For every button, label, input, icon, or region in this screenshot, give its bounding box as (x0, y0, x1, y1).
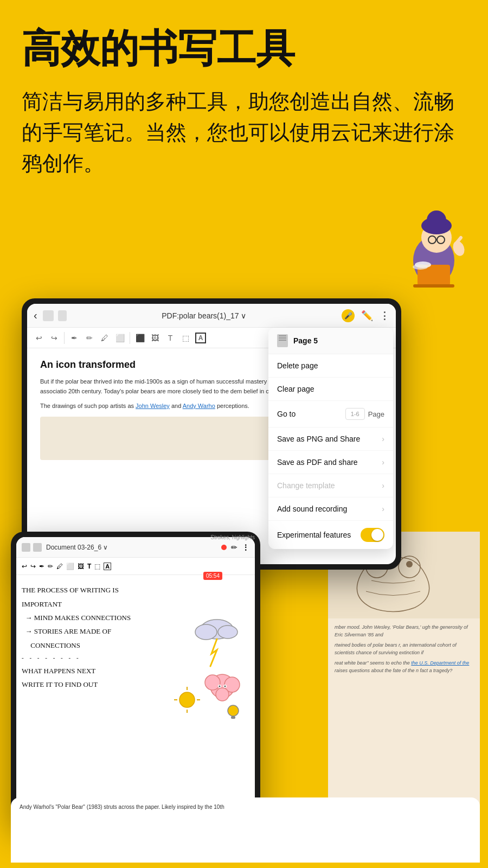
context-menu: Page 5 Delete page Clear page Go to Page (268, 328, 393, 549)
image-insert[interactable]: 🖼 (150, 333, 160, 343)
t2-text[interactable]: T (87, 563, 91, 570)
bottom-citation: Andy Warhol's "Polar Bear" (1983) struts… (20, 803, 471, 811)
t2-right-controls: ✏ ⋮ (221, 543, 249, 552)
t2-redo[interactable]: ↪ (30, 563, 36, 570)
selection-tool[interactable]: ⬛ (134, 333, 145, 343)
pdf-text-area: mber mood. John Wesley, 'Polar Bears,' u… (328, 618, 480, 683)
document-title[interactable]: PDF:polar bears(1)_17 ∨ (162, 311, 246, 320)
t2-grid-icon-1 (22, 543, 30, 552)
save-png-arrow: › (382, 435, 384, 443)
page-suffix: Page (368, 410, 384, 418)
experimental-label: Experimental features (277, 531, 351, 539)
second-tablet-title[interactable]: Document 03-26_6 ∨ (46, 544, 108, 551)
topbar-icons (43, 310, 67, 321)
t2-undo[interactable]: ↩ (22, 563, 27, 570)
main-tablet-topbar: ‹ PDF:polar bears(1)_17 ∨ 🎤 ✏️ ⋮ (27, 304, 396, 328)
eraser-tool[interactable]: ⬜ (114, 333, 125, 343)
svg-point-12 (413, 264, 428, 270)
pdf-text-3: reat white bear" seems to echo the the U… (335, 660, 473, 674)
menu-change-template[interactable]: Change template › (268, 474, 393, 497)
link-andy-warhol[interactable]: Andy Warho (183, 403, 215, 409)
svg-point-34 (406, 561, 413, 567)
menu-page-title: Page 5 (293, 336, 318, 345)
experimental-toggle[interactable] (361, 528, 384, 542)
add-recording-label: Add sound recording (277, 505, 347, 513)
sub-title: 简洁与易用的多种工具，助您创造出自然、流畅的手写笔记。当然，您也可以使用云记来进… (22, 86, 466, 179)
doodle-svg (174, 580, 249, 732)
add-recording-arrow: › (382, 505, 384, 513)
more-menu-button[interactable]: ⋮ (380, 310, 389, 322)
delete-page-label: Delete page (277, 361, 318, 370)
goto-input[interactable] (345, 408, 365, 420)
back-button[interactable]: ‹ (34, 309, 37, 322)
t2-recog[interactable]: A (104, 563, 111, 570)
t2-grid-icon-2 (33, 543, 42, 552)
page-icon (277, 334, 288, 347)
main-tablet: ‹ PDF:polar bears(1)_17 ∨ 🎤 ✏️ ⋮ ↩ ↪ ✒ ✏ (22, 298, 401, 570)
menu-save-pdf[interactable]: Save as PDF and share › (268, 451, 393, 474)
pencil-icon[interactable]: ✏️ (361, 310, 373, 322)
svg-rect-2 (413, 284, 454, 288)
menu-goto[interactable]: Go to Page (268, 401, 393, 427)
link-john-wesley[interactable]: John Wesley (136, 403, 170, 409)
svg-point-14 (195, 624, 217, 640)
second-tablet: Document 03-26_6 ∨ ✏ ⋮ ↩ ↪ ✒ ✏ 🖊 ⬜ 🖼 T ⬚… (11, 532, 260, 825)
t2-shape[interactable]: ⬚ (94, 563, 100, 570)
svg-point-29 (228, 705, 239, 716)
handwriting-area: 05:54 THE PROCESS OF WRITING IS IMPORTAN… (16, 575, 255, 819)
svg-point-23 (224, 686, 226, 687)
header-section: 高效的书写工具 简洁与易用的多种工具，助您创造出自然、流畅的手写笔记。当然，您也… (0, 0, 488, 201)
undo-button[interactable]: ↩ (34, 333, 44, 343)
menu-clear-page[interactable]: Clear page (268, 378, 393, 401)
text-recognition[interactable]: A (195, 333, 206, 343)
timer-badge: 05:54 (203, 572, 222, 580)
topbar-right-controls: 🎤 ✏️ ⋮ (342, 309, 389, 322)
main-title: 高效的书写工具 (22, 27, 466, 70)
t2-image[interactable]: 🖼 (78, 563, 84, 570)
svg-point-15 (218, 626, 237, 639)
clear-page-label: Clear page (277, 385, 314, 393)
toolbar-divider-1 (64, 332, 65, 344)
recording-indicator (221, 545, 227, 550)
save-pdf-label: Save as PDF and share (277, 458, 358, 467)
t2-grid-icons (22, 543, 42, 552)
toolbar-divider-2 (130, 332, 130, 344)
dept-link[interactable]: the U.S. Department of the (411, 660, 469, 666)
svg-point-19 (216, 688, 229, 701)
save-pdf-arrow: › (382, 458, 384, 467)
pen-tool[interactable]: ✒ (69, 333, 80, 343)
change-template-label: Change template (277, 481, 335, 490)
t2-eraser[interactable]: ⬜ (66, 563, 74, 570)
svg-rect-30 (231, 716, 235, 719)
menu-experimental[interactable]: Experimental features (268, 521, 393, 549)
text-insert[interactable]: T (165, 333, 176, 343)
goto-controls: Page (345, 408, 384, 420)
shape-insert[interactable]: ⬚ (180, 333, 191, 343)
character-illustration (390, 201, 477, 288)
change-template-arrow: › (382, 481, 384, 490)
t2-pencil[interactable]: ✏ (231, 543, 237, 552)
menu-delete-page[interactable]: Delete page (268, 354, 393, 378)
redo-button[interactable]: ↪ (49, 333, 60, 343)
illustration-area (0, 201, 488, 288)
pdf-text-1: mber mood. John Wesley, 'Polar Bears,' u… (335, 624, 473, 639)
devices-area: ‹ PDF:polar bears(1)_17 ∨ 🎤 ✏️ ⋮ ↩ ↪ ✒ ✏ (0, 293, 488, 863)
highlighter-tool[interactable]: 🖊 (99, 333, 110, 343)
menu-add-recording[interactable]: Add sound recording › (268, 497, 393, 521)
t2-pen[interactable]: ✒ (39, 563, 44, 570)
t2-pencil-tool[interactable]: ✏ (48, 563, 53, 570)
pdf-right-content: mber mood. John Wesley, 'Polar Bears,' u… (328, 532, 480, 825)
save-png-label: Save as PNG and Share (277, 435, 360, 443)
mic-icon[interactable]: 🎤 (342, 309, 355, 322)
t2-highlight[interactable]: 🖊 (56, 563, 63, 570)
goto-label: Go to (277, 410, 296, 418)
toggle-knob (371, 529, 383, 541)
svg-point-22 (219, 686, 221, 687)
grid-icon (43, 310, 54, 321)
menu-header: Page 5 (268, 328, 393, 354)
bookmark-icon (58, 310, 67, 321)
t2-more[interactable]: ⋮ (242, 543, 249, 552)
menu-save-png[interactable]: Save as PNG and Share › (268, 427, 393, 451)
pdf-text-2: rtwined bodies of polar bears r, an inte… (335, 642, 473, 656)
pencil-tool[interactable]: ✏ (84, 333, 95, 343)
